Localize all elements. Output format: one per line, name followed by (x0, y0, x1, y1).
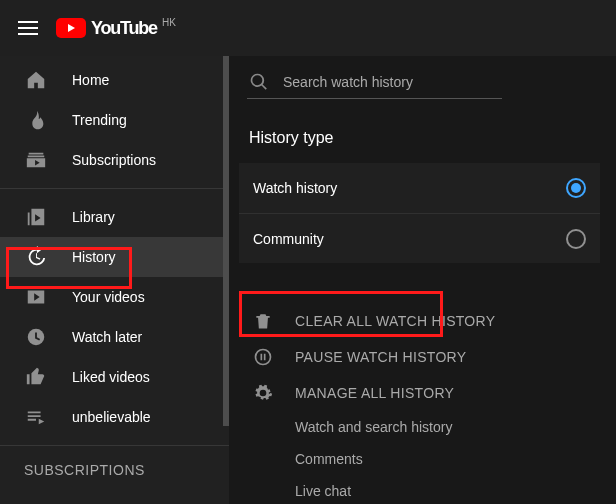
subscriptions-heading: SUBSCRIPTIONS (0, 454, 229, 482)
sidebar-item-label: History (72, 249, 116, 265)
radio-checked-icon (566, 178, 586, 198)
subscriptions-icon (24, 149, 48, 171)
sidebar-item-label: Liked videos (72, 369, 150, 385)
action-label: PAUSE WATCH HISTORY (295, 349, 466, 365)
watch-later-icon (24, 326, 48, 348)
sidebar-item-watch-later[interactable]: Watch later (0, 317, 229, 357)
history-search[interactable] (247, 66, 502, 99)
sublink-watch-search[interactable]: Watch and search history (243, 411, 600, 443)
sidebar-item-history[interactable]: History (0, 237, 229, 277)
sidebar-item-trending[interactable]: Trending (0, 100, 229, 140)
sidebar-item-label: Your videos (72, 289, 145, 305)
youtube-logo[interactable]: YouTube HK (56, 18, 176, 39)
main-content: History type Watch history Community CLE… (229, 56, 616, 504)
sidebar-item-library[interactable]: Library (0, 197, 229, 237)
sidebar-item-subscriptions[interactable]: Subscriptions (0, 140, 229, 180)
sidebar-item-your-videos[interactable]: Your videos (0, 277, 229, 317)
region-code: HK (162, 17, 176, 28)
menu-button[interactable] (0, 21, 56, 35)
history-type-community[interactable]: Community (239, 213, 600, 263)
pause-history-button[interactable]: PAUSE WATCH HISTORY (243, 339, 600, 375)
your-videos-icon (24, 286, 48, 308)
sublink-comments[interactable]: Comments (243, 443, 600, 475)
sidebar-item-label: Home (72, 72, 109, 88)
history-icon (24, 246, 48, 268)
sidebar-item-home[interactable]: Home (0, 60, 229, 100)
sidebar: Home Trending Subscriptions Library Hist… (0, 56, 229, 504)
history-type-label: Community (253, 231, 324, 247)
sidebar-item-label: Watch later (72, 329, 142, 345)
youtube-wordmark: YouTube (91, 18, 157, 39)
hamburger-icon (18, 21, 38, 35)
sidebar-item-playlist[interactable]: unbelievable (0, 397, 229, 437)
sidebar-item-label: unbelievable (72, 409, 151, 425)
home-icon (24, 69, 48, 91)
radio-unchecked-icon (566, 229, 586, 249)
sidebar-item-liked-videos[interactable]: Liked videos (0, 357, 229, 397)
sublink-live-chat[interactable]: Live chat (243, 475, 600, 504)
history-type-label: Watch history (253, 180, 337, 196)
sidebar-item-label: Subscriptions (72, 152, 156, 168)
divider (0, 445, 229, 446)
trending-icon (24, 109, 48, 131)
action-label: MANAGE ALL HISTORY (295, 385, 454, 401)
youtube-play-icon (56, 18, 86, 38)
history-type-watch[interactable]: Watch history (239, 163, 600, 213)
search-icon (249, 72, 269, 92)
divider (0, 188, 229, 189)
library-icon (24, 206, 48, 228)
trash-icon (251, 311, 275, 331)
sidebar-item-label: Library (72, 209, 115, 225)
action-label: CLEAR ALL WATCH HISTORY (295, 313, 495, 329)
liked-icon (24, 366, 48, 388)
history-type-title: History type (249, 129, 600, 147)
search-input[interactable] (283, 74, 500, 90)
pause-icon (251, 347, 275, 367)
svg-point-1 (256, 350, 271, 365)
playlist-icon (24, 406, 48, 428)
history-type-group: Watch history Community (239, 163, 600, 263)
sidebar-item-label: Trending (72, 112, 127, 128)
clear-history-button[interactable]: CLEAR ALL WATCH HISTORY (243, 303, 600, 339)
manage-history-button[interactable]: MANAGE ALL HISTORY (243, 375, 600, 411)
gear-icon (251, 383, 275, 403)
